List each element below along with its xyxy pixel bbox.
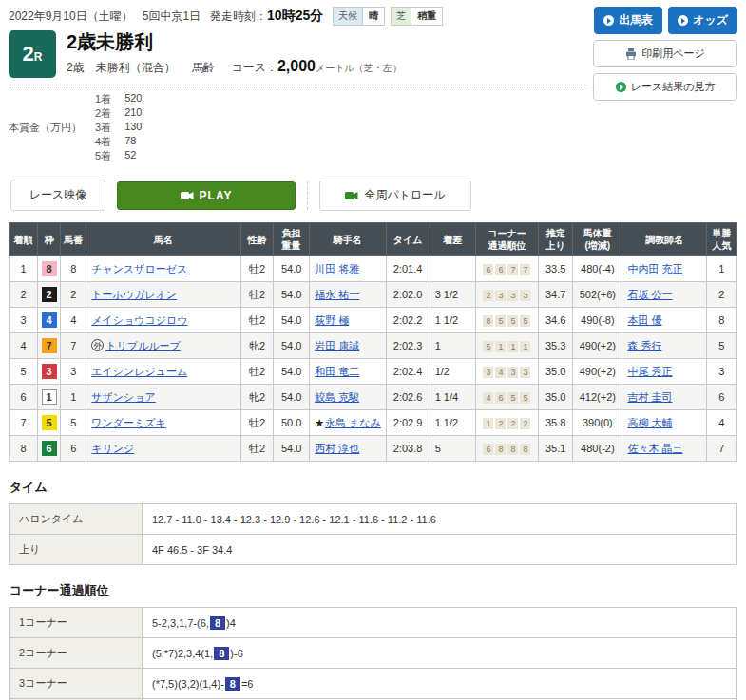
corner-positions: 3433 [475,359,538,385]
horse-number: 5 [61,410,86,436]
corner-pos: 6 [495,392,506,404]
horse-name-link[interactable]: トリプルループ [105,340,181,351]
sex-age: 牝2 [240,385,273,410]
results-header-row: 着順枠馬番馬名性齢負担 重量騎手名タイム着差コーナー 通過順位推定 上り馬体重 … [10,223,737,256]
prize-amount: 130 [124,121,142,135]
finish-time: 2:03.8 [386,436,430,462]
blue-button-row: 出馬表 オッズ [594,7,737,34]
trainer-cell: 中内田 充正 [622,256,706,282]
trainer-link[interactable]: 吉村 圭司 [627,391,672,403]
date-row: 2022年9月10日（土曜） 5回中京1日 発走時刻：10時25分 天候 晴 芝… [9,5,587,29]
horse-name-link[interactable]: サザンショア [91,391,156,403]
horse-name-cell: メイショウコジロウ [86,308,241,333]
sex-age: 牡2 [240,436,273,462]
waku-cell: 5 [38,410,61,436]
prize-item: 2着210 [95,106,142,121]
trainer-link[interactable]: 中尾 秀正 [627,366,672,377]
waku-badge: 5 [42,415,57,430]
waku-badge: 6 [42,441,57,456]
column-header: 負担 重量 [274,223,310,256]
corner-order-before: 5-2,3,1,7-(6, [152,617,209,629]
trainer-link[interactable]: 森 秀行 [627,340,661,351]
corner-pos: 5 [520,392,530,404]
finish-time: 2:02.6 [386,385,430,410]
horse-number: 2 [61,282,86,308]
horse-number: 8 [61,256,86,282]
race-number: 2 [23,42,34,66]
horse-name-link[interactable]: ワンダーミズキ [91,417,166,428]
top-section: 2022年9月10日（土曜） 5回中京1日 発走時刻：10時25分 天候 晴 芝… [9,5,737,168]
corner-pos: 3 [520,367,530,378]
finish-position: 1 [10,256,38,282]
jockey-link[interactable]: 荻野 極 [315,314,349,326]
jockey-link[interactable]: 川田 将雅 [315,263,359,274]
highlighted-horse-number: 8 [214,647,229,660]
entry-table-button[interactable]: 出馬表 [594,7,662,34]
play-button[interactable]: PLAY [117,181,296,210]
jockey-link[interactable]: 和田 竜二 [315,366,359,377]
corner-pos: 8 [507,444,518,455]
prize-amount: 520 [124,92,142,106]
column-header: 推定 上り [539,223,573,256]
time-row-value: 12.7 - 11.0 - 13.4 - 12.3 - 12.9 - 12.6 … [143,504,737,535]
trainer-cell: 高柳 大輔 [622,410,706,436]
horse-name-link[interactable]: キリンジ [91,443,134,454]
jockey-cell: 西村 淳也 [310,436,386,462]
trainer-link[interactable]: 石坂 公一 [627,289,672,300]
horse-name-link[interactable]: チャンスザローゼス [91,263,187,274]
horse-name-link[interactable]: トーホウガレオン [91,289,177,300]
column-header: 馬体重 (増減) [573,223,622,256]
green-arrow-circle-icon [616,82,626,92]
horse-number: 3 [61,359,86,385]
finish-time: 2:02.0 [386,282,430,308]
finish-position: 5 [10,359,38,385]
horse-name-link[interactable]: エイシンレジューム [91,366,187,377]
patrol-video-button[interactable]: 全周パトロール [319,180,471,211]
table-row: 477外トリプルループ牝254.0岩田 康誠2:02.31511135.3490… [10,333,737,359]
arrow-circle-icon [678,15,688,26]
trainer-link[interactable]: 高柳 大輔 [627,417,672,428]
corner-order-before: (5,*7)2,3,4(1, [152,648,213,659]
jockey-link[interactable]: 岩田 康誠 [315,340,359,351]
jockey-link[interactable]: 鮫島 克駿 [315,391,359,403]
trainer-link[interactable]: 本田 優 [627,314,661,326]
corner-row-label: 1コーナー [10,608,143,638]
jockey-link[interactable]: 福永 祐一 [315,289,359,300]
prize-item: 4着78 [95,135,142,149]
race-conditions: 2歳 未勝利（混合） 馬齢 コース：2,000メートル（芝・左） [67,58,402,76]
odds-button[interactable]: オッズ [668,7,737,34]
jockey-link[interactable]: 西村 淳也 [315,443,359,454]
trainer-cell: 森 秀行 [622,333,706,359]
trainer-link[interactable]: 佐々木 晶三 [627,443,682,454]
carried-weight: 54.0 [274,385,310,410]
trainer-link[interactable]: 中内田 充正 [627,263,682,274]
print-page-button[interactable]: 印刷用ページ [593,40,737,67]
jockey-cell: ★永島 まなみ [310,410,386,436]
prize-item: 5着52 [95,149,142,163]
sex-age: 牡2 [240,359,273,385]
corner-table-body: 1コーナー5-2,3,1,7-(6,8)42コーナー(5,*7)2,3,4(1,… [10,608,737,700]
jockey-link[interactable]: 永島 まなみ [325,417,381,428]
corner-pos: 2 [520,418,530,429]
patrol-button-label: 全周パトロール [364,187,445,203]
prize-amount: 52 [124,149,136,163]
horse-name-link[interactable]: メイショウコジロウ [91,314,187,326]
corner-positions: 1222 [475,410,538,436]
jockey-cell: 荻野 極 [310,308,386,333]
estimated-last-3f: 35.0 [539,385,573,410]
corner-pos: 6 [495,264,506,275]
waku-badge: 4 [42,312,57,328]
corner-row-label: 2コーナー [10,638,143,669]
time-section-title: タイム [10,479,737,496]
arrow-circle-icon [603,15,614,26]
howto-read-results-button[interactable]: レース結果の見方 [593,73,737,101]
race-video-button[interactable]: レース映像 [10,180,105,211]
carried-weight: 50.0 [274,410,310,436]
apprentice-star-icon: ★ [315,417,324,428]
highlighted-horse-number: 8 [210,616,225,630]
corner-pos: 5 [507,315,518,327]
finish-position: 6 [10,385,38,410]
estimated-last-3f: 33.5 [539,256,573,282]
sex-age: 牡2 [240,282,273,308]
horse-name-cell: キリンジ [86,436,241,462]
